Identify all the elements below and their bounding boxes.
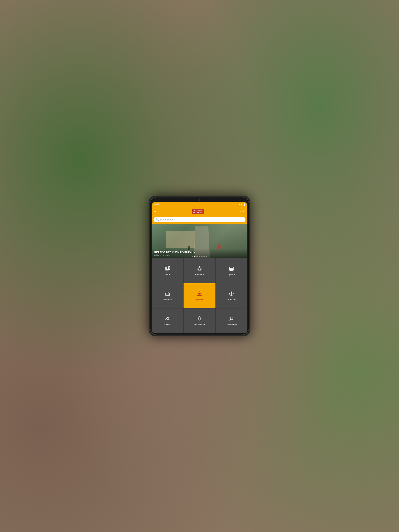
pratique-label: Pratique [228,298,236,301]
search-bar[interactable]: 🔍 Rechercher [154,217,245,222]
moncompte-label: Mon compte [225,323,238,326]
info-circle-icon [229,291,234,297]
dot-8[interactable] [204,256,205,257]
search-icon: 🔍 [156,218,159,221]
warning-icon [197,291,202,297]
dot-6[interactable] [201,256,202,257]
app-screen: 9:41 ▼▲ ▲▲ ▐ ≡ Saint-Rémyde Provence ☁ 6… [152,202,247,333]
grid-item-loisirs[interactable]: Loisirs [152,309,183,333]
hamburger-menu-icon[interactable]: ≡ [154,209,156,214]
hero-title: REPRISE DES CHEMINS RURAUX [154,251,245,254]
svg-point-34 [231,317,232,319]
person-icon [229,316,234,322]
hero-banner[interactable]: REPRISE DES CHEMINS RURAUX Publié le 21/… [152,224,247,258]
mobile-device: 9:41 ▼▲ ▲▲ ▐ ≡ Saint-Rémyde Provence ☁ 6… [149,196,250,336]
bell-icon [197,316,202,322]
loisirs-label: Loisirs [164,323,171,326]
search-input[interactable]: Rechercher [160,218,173,221]
dot-1[interactable] [192,256,193,257]
weather-icon: ☁ [240,210,242,213]
grid-item-notifications[interactable]: Notifications [184,309,215,333]
carousel-dots [192,256,207,257]
main-grid-menu: Actus Ma mairie [152,258,247,333]
signaler-label: Signaler [195,298,204,301]
search-container: 🔍 Rechercher [152,216,247,224]
grid-item-signaler[interactable]: Signaler [184,283,215,308]
battery-icon: ▐ [243,203,245,206]
school-icon: 2+1 [165,291,170,297]
app-header: ≡ Saint-Rémyde Provence ☁ 6° [152,207,247,216]
weather-info: ☁ 6° [240,210,245,213]
cyclist-silhouette [218,245,220,249]
svg-rect-1 [166,267,167,269]
status-icons: ▼▲ ▲▲ ▐ [234,203,245,206]
grid-item-actus[interactable]: Actus [152,258,183,283]
grid-item-mairie[interactable]: Ma mairie [184,258,215,283]
mairie-label: Ma mairie [195,273,204,276]
svg-point-30 [166,317,167,319]
newspaper-icon [165,266,170,272]
dot-3[interactable] [196,256,197,257]
grid-item-pratique[interactable]: Pratique [216,283,247,308]
camera [199,199,200,201]
jeunesse-label: Jeunesse [163,298,172,301]
grid-item-jeunesse[interactable]: 2+1 Jeunesse [152,283,183,308]
dot-9[interactable] [206,256,207,257]
people-star-icon [165,316,170,322]
grid-item-agenda[interactable]: Agenda [216,258,247,283]
dot-4[interactable] [197,256,198,257]
building-icon [197,266,202,272]
weather-temp: 6° [243,210,245,213]
dot-2[interactable] [194,256,195,257]
dot-7[interactable] [203,256,204,257]
dot-5[interactable] [199,256,200,257]
calendar-icon [229,266,234,272]
svg-rect-23 [167,292,168,293]
logo-badge: Saint-Rémyde Provence [192,209,204,214]
svg-point-26 [199,295,200,295]
signal-icon: ▲▲ [239,203,243,206]
grid-item-moncompte[interactable]: Mon compte [216,309,247,333]
svg-text:2+1: 2+1 [167,294,169,295]
app-logo: Saint-Rémyde Provence [192,209,204,214]
wall-element [166,231,195,248]
svg-rect-9 [199,269,200,270]
status-bar: 9:41 ▼▲ ▲▲ ▐ [152,202,247,207]
actus-label: Actus [165,273,170,276]
wifi-icon: ▼▲ [234,203,238,206]
svg-point-29 [231,292,232,293]
agenda-label: Agenda [228,273,235,276]
status-time: 9:41 [154,203,159,206]
notifications-label: Notifications [194,323,205,326]
